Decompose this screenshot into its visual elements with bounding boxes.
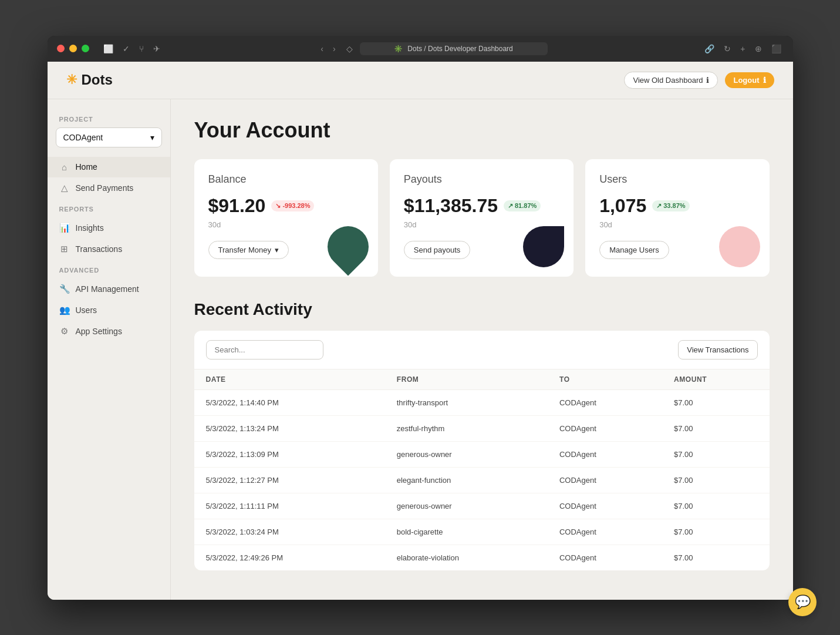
new-tab-btn[interactable]: +: [738, 42, 747, 56]
up-arrow-icon: ↗: [508, 202, 513, 210]
manage-users-button[interactable]: Manage Users: [599, 241, 669, 259]
sidebar-item-transactions[interactable]: ⊞ Transactions: [48, 238, 170, 260]
transfer-money-button[interactable]: Transfer Money ▾: [208, 241, 289, 259]
payouts-value: $11,385.75: [404, 195, 498, 217]
logo-text: Dots: [82, 72, 113, 88]
logo: ✳ Dots: [66, 72, 113, 88]
send-btn[interactable]: ✈: [151, 42, 163, 56]
view-transactions-button[interactable]: View Transactions: [678, 340, 757, 360]
cell-date: 5/3/2022, 12:49:26 PM: [194, 545, 385, 570]
minimize-button[interactable]: [69, 45, 77, 52]
project-name: CODAgent: [63, 133, 103, 142]
browser-titlebar: ⬜ ✓ ⑂ ✈ ‹ › ◇ ✳️ Dots / Dots Developer D…: [48, 36, 793, 62]
close-button[interactable]: [57, 45, 65, 52]
users-card-title: Users: [599, 173, 755, 186]
table-row: 5/3/2022, 1:11:11 PM generous-owner CODA…: [194, 493, 770, 519]
maximize-button[interactable]: [82, 45, 89, 52]
nav-arrows: ‹ ›: [317, 42, 339, 56]
send-payments-icon: △: [59, 183, 70, 193]
cell-date: 5/3/2022, 1:03:24 PM: [194, 519, 385, 545]
sidebar-item-app-settings[interactable]: ⚙ App Settings: [48, 321, 170, 342]
cell-to: CODAgent: [548, 389, 662, 415]
sidebar-item-home-label: Home: [76, 162, 97, 172]
payouts-card-title: Payouts: [404, 173, 559, 186]
balance-badge-value: -993.28%: [282, 202, 310, 209]
dropdown-icon: ▾: [275, 246, 279, 254]
traffic-lights: [57, 45, 89, 52]
col-to: TO: [548, 369, 662, 389]
send-payouts-button[interactable]: Send payouts: [404, 241, 471, 259]
cell-date: 5/3/2022, 1:13:24 PM: [194, 415, 385, 441]
forward-button[interactable]: ›: [329, 42, 339, 56]
chat-fab-button[interactable]: 💬: [788, 588, 817, 616]
chat-icon: 💬: [795, 594, 811, 610]
browser-controls: ⬜ ✓ ⑂ ✈: [101, 42, 163, 56]
table-header-row: DATE FROM TO AMOUNT: [194, 369, 770, 389]
search-input[interactable]: [206, 340, 323, 360]
cell-amount: $7.00: [662, 467, 770, 493]
col-date: DATE: [194, 369, 385, 389]
activity-container: View Transactions DATE FROM TO AMOUNT: [194, 331, 770, 570]
page-title: Your Account: [194, 118, 770, 143]
users-amount: 1,075 ↗ 33.87%: [599, 195, 755, 217]
table-row: 5/3/2022, 1:13:24 PM zestful-rhythm CODA…: [194, 415, 770, 441]
sidebar-item-app-settings-label: App Settings: [76, 327, 122, 336]
sidebar: PROJECT CODAgent ▾ ⌂ Home △ Send Payment…: [48, 99, 171, 600]
send-payouts-label: Send payouts: [414, 246, 461, 254]
payouts-badge: ↗ 81.87%: [504, 200, 541, 211]
project-selector[interactable]: CODAgent ▾: [56, 127, 162, 147]
transactions-table: DATE FROM TO AMOUNT 5/3/2022, 1:14:40 PM…: [194, 369, 770, 570]
cell-amount: $7.00: [662, 493, 770, 519]
col-amount: AMOUNT: [662, 369, 770, 389]
link-btn[interactable]: 🔗: [702, 42, 717, 56]
branch-btn[interactable]: ⑂: [137, 42, 146, 56]
address-bar: ✳️ Dots / Dots Developer Dashboard: [360, 42, 548, 55]
recent-activity-title: Recent Activity: [194, 300, 770, 319]
sidebar-item-insights-label: Insights: [76, 223, 104, 233]
split-btn[interactable]: ⬛: [769, 42, 784, 56]
cards-row: Balance $91.20 ↘ -993.28% 30d Transfer M…: [194, 159, 770, 277]
checkmark-btn[interactable]: ✓: [120, 42, 132, 56]
table-row: 5/3/2022, 1:12:27 PM elegant-function CO…: [194, 467, 770, 493]
bookmark-btn[interactable]: ◇: [344, 42, 355, 56]
cell-from: bold-cigarette: [385, 519, 548, 545]
view-old-dashboard-button[interactable]: View Old Dashboard ℹ: [624, 72, 718, 89]
col-from: FROM: [385, 369, 548, 389]
logout-button[interactable]: Logout ℹ: [725, 72, 774, 88]
advanced-section-label: ADVANCED: [48, 267, 170, 278]
chevron-down-icon: ▾: [150, 133, 154, 142]
payouts-badge-value: 81.87%: [515, 202, 537, 209]
sidebar-item-insights[interactable]: 📊 Insights: [48, 217, 170, 238]
logo-icon: ✳: [66, 72, 77, 88]
table-header: DATE FROM TO AMOUNT: [194, 369, 770, 389]
reports-section-label: REPORTS: [48, 206, 170, 217]
balance-card-title: Balance: [208, 173, 364, 186]
balance-decoration: [328, 226, 369, 267]
main-content: Your Account Balance $91.20 ↘ -993.28%: [171, 99, 793, 600]
back-button[interactable]: ‹: [317, 42, 327, 56]
table-row: 5/3/2022, 1:13:09 PM generous-owner CODA…: [194, 441, 770, 467]
sidebar-item-api-management[interactable]: 🔧 API Management: [48, 278, 170, 300]
view-old-icon: ℹ: [706, 76, 709, 85]
view-old-label: View Old Dashboard: [633, 76, 703, 85]
cell-from: thrifty-transport: [385, 389, 548, 415]
sidebar-item-home[interactable]: ⌂ Home: [48, 157, 170, 177]
cell-from: elaborate-violation: [385, 545, 548, 570]
activity-header: View Transactions: [194, 331, 770, 369]
balance-value: $91.20: [208, 195, 266, 217]
sidebar-item-users[interactable]: 👥 Users: [48, 300, 170, 321]
balance-card: Balance $91.20 ↘ -993.28% 30d Transfer M…: [194, 159, 378, 277]
cell-date: 5/3/2022, 1:11:11 PM: [194, 493, 385, 519]
sidebar-item-send-payments[interactable]: △ Send Payments: [48, 177, 170, 199]
refresh-btn[interactable]: ↻: [721, 42, 733, 56]
cell-date: 5/3/2022, 1:14:40 PM: [194, 389, 385, 415]
cell-to: CODAgent: [548, 441, 662, 467]
extensions-btn[interactable]: ⊕: [753, 42, 764, 56]
cell-date: 5/3/2022, 1:12:27 PM: [194, 467, 385, 493]
table-row: 5/3/2022, 1:03:24 PM bold-cigarette CODA…: [194, 519, 770, 545]
home-icon: ⌂: [59, 162, 70, 172]
sidebar-toggle-btn[interactable]: ⬜: [101, 42, 116, 56]
logout-label: Logout: [733, 76, 759, 85]
users-icon: 👥: [59, 305, 70, 315]
users-card: Users 1,075 ↗ 33.87% 30d Manage Users: [585, 159, 769, 277]
